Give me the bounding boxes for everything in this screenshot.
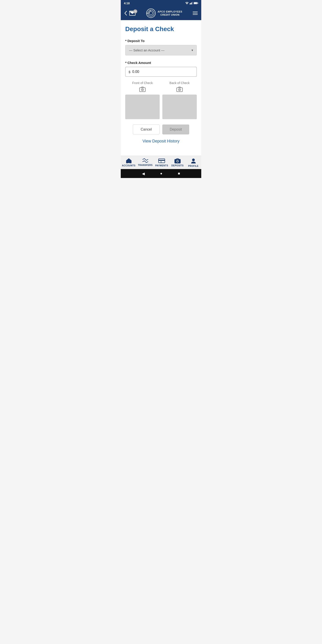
dollar-sign: $ (128, 70, 130, 74)
status-time: 4:18 (124, 2, 130, 5)
battery-icon (194, 2, 198, 4)
amount-input[interactable] (132, 70, 194, 74)
svg-point-25 (192, 158, 195, 161)
nav-item-profile[interactable]: PROFILE (187, 158, 200, 167)
logo-icon (146, 8, 156, 18)
logo-text: APCO EMPLOYEES CREDIT UNION (158, 10, 182, 16)
action-buttons: Cancel Deposit (125, 124, 197, 134)
deposit-button[interactable]: Deposit (162, 124, 189, 134)
back-check-label: Back of Check (170, 81, 190, 85)
deposit-to-section: * Deposit To — Select an Account — ▼ (125, 39, 197, 56)
back-check-section: Back of Check (162, 81, 197, 119)
svg-point-18 (179, 89, 180, 90)
status-bar: 4:18 (121, 0, 201, 6)
menu-button[interactable] (193, 12, 198, 15)
main-content: Deposit a Check * Deposit To — Select an… (121, 20, 201, 156)
back-camera-icon[interactable] (176, 86, 183, 93)
logo: APCO EMPLOYEES CREDIT UNION (136, 8, 193, 18)
back-check-placeholder[interactable] (162, 94, 197, 119)
house-icon (126, 158, 132, 164)
svg-text:$: $ (160, 161, 162, 163)
svg-point-11 (149, 12, 153, 15)
nav-label-accounts: ACCOUNTS (122, 164, 136, 167)
status-icons (185, 2, 198, 4)
svg-point-24 (177, 160, 178, 162)
nav-item-accounts[interactable]: ACCOUNTS (122, 158, 136, 167)
mail-badge: 10 (133, 10, 137, 14)
header: 10 APCO EMPLOYEES CREDIT UNION (121, 6, 201, 20)
account-select-wrapper: — Select an Account — ▼ (125, 45, 197, 56)
nav-item-transfers[interactable]: TRANSFERS (138, 158, 153, 167)
transfers-icon (142, 158, 148, 163)
check-images: Front of Check Back of Check (125, 81, 197, 119)
mail-button[interactable]: 10 (129, 11, 136, 16)
front-check-section: Front of Check (125, 81, 160, 119)
svg-point-0 (187, 4, 187, 4)
view-deposit-history-link[interactable]: View Deposit History (125, 139, 197, 144)
front-check-placeholder[interactable] (125, 94, 160, 119)
system-recent-button[interactable]: ■ (178, 172, 180, 176)
front-camera-icon[interactable] (139, 86, 146, 93)
system-nav: ◀ ● ■ (121, 169, 201, 178)
cancel-button[interactable]: Cancel (133, 124, 160, 134)
nav-label-deposits: DEPOSITS (172, 164, 184, 167)
front-check-label: Front of Check (132, 81, 153, 85)
back-button[interactable] (124, 11, 127, 16)
page-title: Deposit a Check (125, 26, 197, 33)
nav-item-deposits[interactable]: DEPOSITS (171, 158, 184, 167)
svg-rect-4 (192, 2, 193, 4)
nav-label-profile: PROFILE (188, 165, 198, 167)
svg-rect-20 (158, 160, 165, 161)
svg-rect-3 (191, 2, 192, 4)
wifi-icon (185, 2, 189, 4)
account-select[interactable]: — Select an Account — (125, 45, 197, 56)
svg-point-15 (142, 89, 143, 90)
svg-rect-7 (194, 2, 197, 4)
deposits-camera-icon (174, 158, 181, 164)
svg-rect-1 (190, 3, 190, 4)
nav-item-payments[interactable]: $ PAYMENTS (155, 158, 168, 167)
nav-label-payments: PAYMENTS (155, 164, 168, 167)
svg-rect-6 (198, 3, 198, 4)
profile-icon (191, 158, 196, 164)
signal-icon (190, 2, 193, 4)
system-home-button[interactable]: ● (160, 172, 162, 176)
system-back-button[interactable]: ◀ (142, 172, 145, 176)
payments-icon: $ (158, 158, 165, 164)
nav-label-transfers: TRANSFERS (138, 164, 153, 166)
deposit-to-label: * Deposit To (125, 39, 197, 43)
bottom-nav: ACCOUNTS TRANSFERS $ PAYMENTS DEPOSITS P… (121, 156, 201, 169)
check-amount-label: * Check Amount (125, 61, 197, 64)
svg-rect-2 (190, 3, 191, 4)
check-amount-section: * Check Amount $ (125, 61, 197, 77)
amount-input-wrapper: $ (125, 67, 197, 77)
